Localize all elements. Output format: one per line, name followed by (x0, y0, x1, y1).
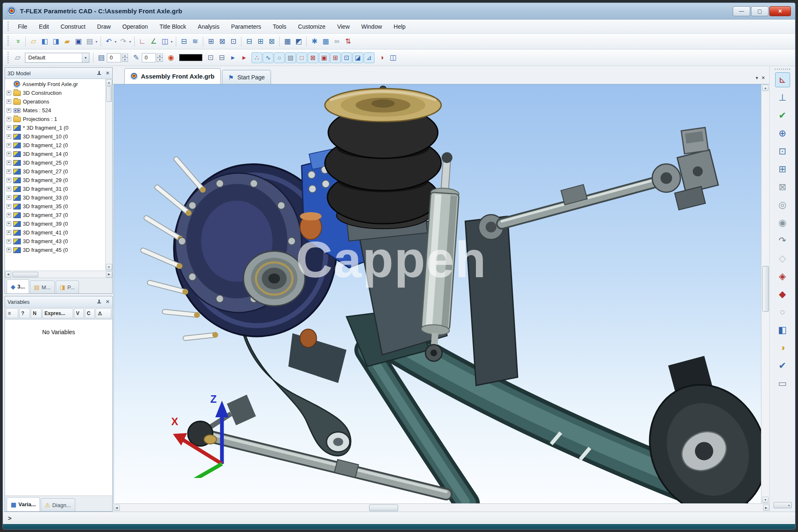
tree-item[interactable]: 3D fragment_33 (0 (7, 193, 105, 202)
menu-tools[interactable]: Tools (267, 21, 292, 32)
construction-select-filter-icon[interactable]: ⊟ (216, 52, 227, 63)
pin-icon[interactable] (97, 300, 101, 304)
tree-item[interactable]: 3D fragment_27 (0 (7, 167, 105, 176)
print-document-icon[interactable]: ▤ (84, 36, 95, 47)
menu-operation[interactable]: Operation (116, 21, 153, 32)
scroll-down-icon[interactable]: ▼ (762, 497, 768, 503)
combobox-caret-icon[interactable]: ▾ (82, 53, 89, 62)
toolbar-settings-grip[interactable] (7, 52, 10, 63)
full-round-toggle-icon[interactable]: ◑ (376, 52, 387, 63)
filter-hatches-icon[interactable]: ▨ (285, 52, 296, 63)
filter-workplanes-icon[interactable]: ⊿ (364, 52, 374, 63)
fragment-update-icon[interactable]: ⊠ (217, 36, 228, 47)
tie-rod-assembly[interactable] (478, 128, 718, 240)
tab-assembly-front-axle[interactable]: Assembly Front Axle.grb (124, 68, 221, 84)
report-generator-icon[interactable]: ◩ (293, 36, 304, 47)
zoom-dynamic-icon[interactable]: ◎ (775, 197, 790, 212)
tree-item[interactable]: Operations (7, 97, 105, 106)
tab-start-page[interactable]: Start Page (222, 70, 271, 84)
current-color-swatch[interactable] (179, 54, 202, 61)
tree-item[interactable]: 3D fragment_25 (0 (7, 158, 105, 167)
filter-lines-icon[interactable]: ∿ (263, 52, 273, 63)
eraser-tool-icon[interactable]: ▱ (12, 52, 23, 63)
spin-down-icon[interactable]: ▼ (122, 58, 128, 62)
undo-icon[interactable]: ↶ (103, 36, 114, 47)
tree-item[interactable]: 3D fragment_37 (0 (7, 211, 105, 219)
expand-plus-icon[interactable] (7, 230, 11, 235)
close-button[interactable]: ✕ (769, 6, 791, 16)
tab-close-icon[interactable]: ✕ (761, 75, 765, 81)
shaded-view-icon[interactable]: ◧ (775, 323, 790, 337)
filter-sketches-icon[interactable]: ⊡ (341, 52, 352, 63)
filter-fragments-icon[interactable]: ◪ (352, 52, 363, 63)
tree-item[interactable]: 3D fragment_35 (0 (7, 202, 105, 211)
expand-plus-icon[interactable] (7, 222, 11, 226)
zoom-previous-icon[interactable]: ◉ (775, 215, 790, 230)
spin-up-icon[interactable]: ▲ (157, 54, 163, 58)
element-select-filter-icon[interactable]: ⊡ (205, 52, 216, 63)
settings-icon[interactable]: ✱ (309, 36, 320, 47)
layer-spinner[interactable]: ▲ ▼ (122, 54, 128, 62)
assembly-structure-icon[interactable]: ⊟ (178, 36, 190, 47)
filter-texts-icon[interactable]: ▣ (319, 52, 330, 63)
warning-column[interactable]: ⚠ (96, 308, 111, 318)
model-panel-header[interactable]: 3D Model ✕ (5, 68, 112, 79)
bom-table-icon[interactable]: ▦ (282, 36, 293, 47)
current-style-combobox[interactable]: Default ▾ (25, 53, 89, 63)
move-element-icon[interactable]: ▸ (227, 52, 239, 63)
scrollbar-thumb[interactable] (369, 505, 398, 511)
fit-window-icon[interactable]: ⊡ (775, 144, 790, 159)
tree-item[interactable]: Assembly Front Axle.gr (7, 80, 105, 89)
comment-column[interactable]: C (85, 308, 95, 318)
new-document-icon[interactable]: ▱ (28, 36, 39, 47)
expand-plus-icon[interactable] (7, 99, 11, 104)
expand-plus-icon[interactable] (7, 169, 11, 174)
fragment-replace-icon[interactable]: ⊡ (228, 36, 239, 47)
tree-item[interactable]: 3D fragment_12 (0 (7, 141, 105, 150)
annotate-tool-icon[interactable]: ⊥ (775, 90, 790, 105)
priority-number-field[interactable]: 0 (142, 53, 156, 62)
filter-symbols-icon[interactable]: ⊞ (330, 52, 341, 63)
zoom-in-icon[interactable]: ⊕ (775, 126, 790, 141)
expand-plus-icon[interactable] (7, 160, 11, 165)
maximize-button[interactable]: ▢ (751, 6, 768, 16)
menu-help[interactable]: Help (388, 21, 411, 32)
construction-axis-icon[interactable]: ∠ (148, 36, 159, 47)
panel-close-icon[interactable]: ✕ (106, 299, 110, 304)
tab-3d-model[interactable]: ◈ 3... (7, 279, 29, 293)
menu-view[interactable]: View (331, 21, 355, 32)
title-bar[interactable]: T-FLEX Parametric CAD - C:\Assembly Fron… (3, 3, 795, 20)
menu-draw[interactable]: Draw (91, 21, 117, 32)
color-picker-icon[interactable]: ◉ (165, 52, 177, 63)
tab-model[interactable]: ▤ M... (30, 281, 55, 293)
external-column[interactable]: ? (19, 308, 30, 318)
scroll-right-icon[interactable]: ▶ (106, 271, 112, 278)
air-spring[interactable] (325, 86, 441, 241)
save-document-icon[interactable]: ▣ (73, 36, 84, 47)
expand-plus-icon[interactable] (7, 213, 11, 217)
zoom-window-icon[interactable]: ⊠ (775, 180, 790, 195)
menu-edit[interactable]: Edit (33, 21, 55, 32)
tree-item[interactable]: 3D fragment_41 (0 (7, 228, 105, 237)
rotate-scene-icon[interactable]: ↷ (775, 233, 790, 248)
tree-item[interactable]: 3D fragment_45 (0 (7, 246, 105, 254)
transparency-mode-icon[interactable]: ○ (775, 305, 790, 320)
scrollbar-thumb[interactable] (106, 86, 112, 102)
wireframe-view-icon[interactable]: ◇ (775, 251, 790, 266)
tree-item[interactable]: * 3D fragment_1 (0 (7, 123, 105, 132)
view-toolbar-overflow[interactable]: ▸ (773, 502, 792, 508)
expand-plus-icon[interactable] (7, 195, 11, 200)
new-document-prototype-icon[interactable]: ◧ (39, 36, 50, 47)
sheet-view-icon[interactable]: ▭ (775, 376, 790, 391)
pin-icon[interactable] (97, 71, 101, 76)
sketch-view-icon[interactable]: ◑ (775, 340, 790, 355)
menu-construct[interactable]: Construct (55, 21, 91, 32)
expand-plus-icon[interactable] (7, 248, 11, 252)
scrollbar-thumb[interactable] (12, 272, 38, 277)
priority-spinner[interactable]: ▲ ▼ (157, 54, 163, 62)
check-mates-icon[interactable]: ✔ (775, 108, 790, 123)
variables-panel-header[interactable]: Variables ✕ (5, 296, 112, 308)
tab-pages[interactable]: ◨ P... (56, 281, 79, 293)
menu-file[interactable]: File (12, 21, 33, 32)
expand-plus-icon[interactable] (7, 117, 11, 121)
